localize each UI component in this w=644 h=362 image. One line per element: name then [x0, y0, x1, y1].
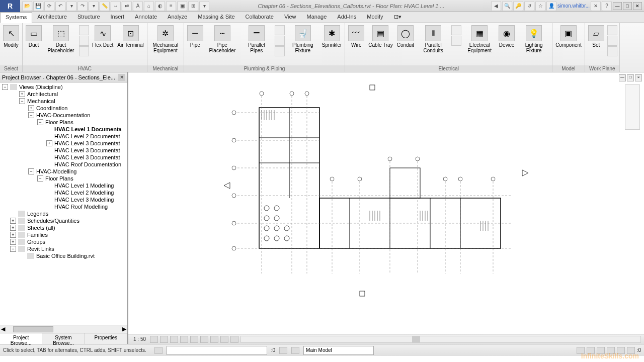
view-close-icon[interactable]: ×	[635, 74, 642, 81]
undo-drop-icon[interactable]: ▾	[66, 1, 76, 11]
tree-label[interactable]: Architectural	[27, 91, 58, 97]
tree-label[interactable]: HVAC Level 2 Modelling	[54, 190, 114, 196]
tree-root[interactable]: − Views (Discipline)	[1, 83, 126, 90]
expand-icon[interactable]: +	[10, 218, 16, 224]
tab-system-browser[interactable]: System Browse...	[42, 333, 85, 344]
collapse-icon[interactable]: −	[37, 175, 43, 182]
tree-label[interactable]: HVAC Level 3 Documentat	[54, 140, 120, 146]
tree-label[interactable]: HVAC-Modelling	[36, 168, 77, 174]
tree-item[interactable]: HVAC Level 2 Modelling	[1, 189, 126, 196]
tab-modify[interactable]: Modify	[362, 12, 388, 23]
shadows-icon[interactable]	[180, 336, 188, 343]
undo-icon[interactable]: ↶	[55, 1, 65, 11]
flex-pipe-icon[interactable]	[275, 46, 285, 56]
maximize-button[interactable]: □	[623, 2, 632, 10]
tree-item[interactable]: +Architectural	[1, 90, 126, 98]
plumbing-fixture-button[interactable]: 🚽Plumbing Fixture	[286, 24, 320, 54]
tab-architecture[interactable]: Architecture	[32, 12, 72, 23]
duct-placeholder-button[interactable]: ⬚Duct Placeholder	[44, 24, 78, 54]
convert-icon[interactable]	[79, 46, 89, 56]
elec-equipment-button[interactable]: ▦Electrical Equipment	[462, 24, 497, 54]
thin-lines-icon[interactable]: ≡	[166, 1, 176, 11]
tab-annotate[interactable]: Annotate	[130, 12, 163, 23]
tab-project-browser[interactable]: Project Browse...	[0, 333, 42, 344]
nav-back-icon[interactable]: ◀	[491, 1, 501, 11]
tree-item[interactable]: −Revit Links	[1, 245, 126, 252]
view3d-icon[interactable]: ⌂	[144, 1, 154, 11]
drawing-canvas[interactable]: — □ ×	[128, 72, 644, 344]
measure-icon[interactable]: 📏	[100, 1, 110, 11]
search-icon[interactable]: 🔍	[502, 1, 512, 11]
hscroll-thumb[interactable]	[13, 326, 53, 332]
component-button[interactable]: ▣Component	[553, 24, 584, 49]
crop-view-icon[interactable]	[190, 336, 198, 343]
tree-label[interactable]: Revit Links	[27, 246, 54, 252]
section-icon[interactable]: ◐	[155, 1, 165, 11]
help-icon[interactable]: ?	[602, 1, 612, 11]
key-icon[interactable]: 🔑	[513, 1, 523, 11]
browser-hscroll[interactable]: ◀ ▶	[0, 325, 127, 333]
tree-item[interactable]: HVAC Level 3 Documentat	[1, 154, 126, 161]
close-views-icon[interactable]: ▣	[177, 1, 187, 11]
tree-label[interactable]: HVAC Level 3 Modelling	[54, 197, 114, 203]
show-plane-icon[interactable]	[607, 25, 617, 35]
redo-icon[interactable]: ↷	[77, 1, 88, 11]
pipe-fitting-icon[interactable]	[275, 25, 285, 35]
collapse-icon[interactable]: −	[2, 84, 8, 90]
tree-label[interactable]: Sheets (all)	[27, 225, 55, 231]
mech-equipment-button[interactable]: ✲Mechanical Equipment	[148, 24, 183, 54]
pipe-button[interactable]: ─Pipe	[185, 24, 205, 49]
save-icon[interactable]: 💾	[33, 1, 43, 11]
tree-label[interactable]: Floor Plans	[45, 175, 73, 182]
view-hscroll[interactable]	[240, 336, 641, 343]
tree-item[interactable]: −HVAC-Documentation	[1, 112, 126, 119]
favorite-icon[interactable]: ☆	[535, 1, 545, 11]
tree-label[interactable]: HVAC Level 1 Documenta	[54, 126, 122, 132]
parallel-pipes-button[interactable]: ═Parallel Pipes	[239, 24, 274, 54]
tree-label[interactable]: Basic Office Building.rvt	[36, 253, 95, 259]
tree-item[interactable]: HVAC Roof Documentation	[1, 161, 126, 168]
tab-manage[interactable]: Manage	[302, 12, 333, 23]
air-terminal-button[interactable]: ⊡Air Terminal	[115, 24, 146, 49]
tree-item[interactable]: Basic Office Building.rvt	[1, 252, 126, 259]
tree-label[interactable]: HVAC Level 2 Documentat	[54, 133, 120, 139]
collapse-icon[interactable]: −	[28, 112, 34, 118]
tree-label[interactable]: Groups	[27, 239, 45, 245]
tree-label[interactable]: HVAC Level 3 Documentat	[54, 147, 120, 153]
tree-item[interactable]: +Schedules/Quantities	[1, 217, 126, 224]
design-option-dropdown[interactable]: Main Model	[303, 346, 374, 355]
user-icon[interactable]: 👤	[546, 1, 556, 11]
tree-label[interactable]: Coordination	[36, 105, 67, 111]
pipe-placeholder-button[interactable]: ┄Pipe Placeholder	[205, 24, 239, 54]
tree-label[interactable]: HVAC Roof Modelling	[54, 204, 108, 210]
ref-plane-icon[interactable]	[607, 36, 617, 46]
parallel-conduits-button[interactable]: ⦀Parallel Conduits	[416, 24, 450, 54]
reveal-icon[interactable]	[230, 336, 238, 343]
tree-label[interactable]: Floor Plans	[45, 119, 73, 125]
expand-icon[interactable]: +	[10, 239, 16, 245]
tray-fitting-icon[interactable]	[451, 25, 461, 35]
workset-icon[interactable]	[154, 347, 163, 354]
align-icon[interactable]: ↔	[111, 1, 121, 11]
close-panel-icon[interactable]: ×	[118, 74, 125, 81]
editable-icon[interactable]	[279, 347, 287, 354]
tab-collaborate[interactable]: Collaborate	[240, 12, 279, 23]
temp-hide-icon[interactable]	[220, 336, 228, 343]
sun-path-icon[interactable]	[170, 336, 178, 343]
tree-label[interactable]: Legends	[27, 211, 48, 217]
text-icon[interactable]: A	[133, 1, 143, 11]
tree-item[interactable]: Legends	[1, 210, 126, 217]
detail-level-icon[interactable]	[150, 336, 158, 343]
tree-item[interactable]: HVAC Level 1 Modelling	[1, 182, 126, 189]
expand-icon[interactable]: +	[10, 232, 16, 238]
tab-insert[interactable]: Insert	[106, 12, 130, 23]
minimize-button[interactable]: —	[613, 2, 622, 10]
tree-label[interactable]: HVAC Roof Documentation	[54, 161, 121, 167]
tree-item[interactable]: +Coordination	[1, 105, 126, 112]
duct-accessory-icon[interactable]	[79, 36, 89, 46]
conduit-fitting-icon[interactable]	[451, 36, 461, 46]
wire-button[interactable]: 〰Wire	[346, 24, 366, 49]
cable-tray-button[interactable]: ▤Cable Tray	[366, 24, 394, 49]
app-menu-icon[interactable]: R	[0, 0, 20, 12]
tree-item[interactable]: −Floor Plans	[1, 119, 126, 126]
